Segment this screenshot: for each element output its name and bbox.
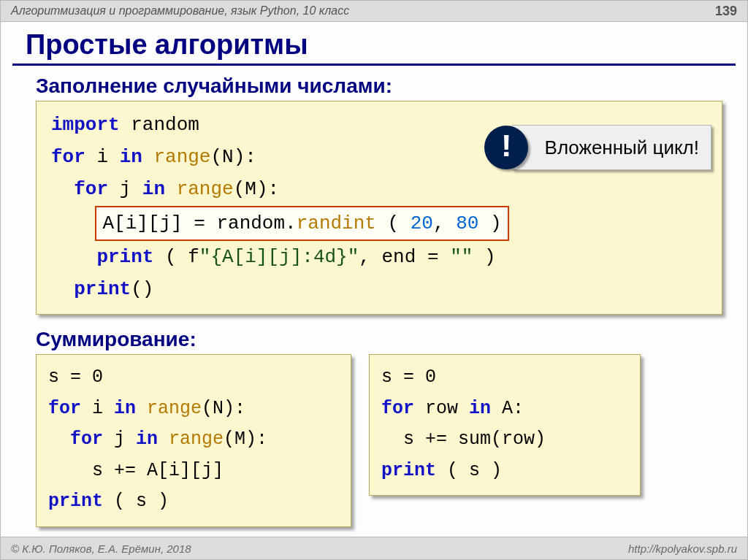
section-heading-fill: Заполнение случайными числами:: [36, 74, 722, 98]
section-heading-sum: Суммирование:: [36, 328, 722, 351]
exclamation-icon: !: [484, 126, 528, 169]
code-block-sum-left: s = 0 for i in range(N): for j in range(…: [36, 354, 351, 527]
footer: © К.Ю. Поляков, Е.А. Ерёмин, 2018 http:/…: [1, 537, 747, 559]
content: Заполнение случайными числами: import ra…: [1, 66, 747, 540]
code-block-sum-right: s = 0 for row in A: s += sum(row) print …: [369, 354, 641, 496]
page-title: Простые алгоритмы: [26, 29, 747, 61]
slide: Алгоритмизация и программирование, язык …: [0, 0, 748, 560]
two-column-row: s = 0 for i in range(N): for j in range(…: [36, 354, 722, 540]
callout-nested-loop: ! Вложенный цикл!: [484, 125, 711, 170]
page-number: 139: [715, 4, 737, 19]
footer-url: http://kpolyakov.spb.ru: [628, 542, 737, 555]
highlighted-line: A[i][j] = random.randint ( 20, 80 ): [95, 206, 508, 241]
kw-import: import: [51, 114, 120, 136]
footer-authors: © К.Ю. Поляков, Е.А. Ерёмин, 2018: [11, 542, 191, 555]
code-block-fill: import random for i in range(N): for j i…: [36, 101, 722, 315]
header-title: Алгоритмизация и программирование, язык …: [11, 4, 349, 18]
kw-for: for: [51, 146, 85, 168]
header-bar: Алгоритмизация и программирование, язык …: [1, 1, 747, 22]
callout-label: Вложенный цикл!: [512, 125, 711, 170]
